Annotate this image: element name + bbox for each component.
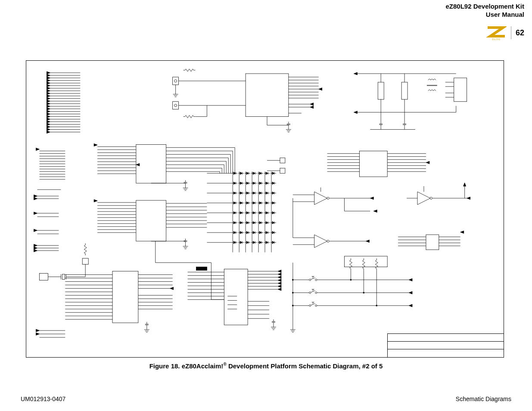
- logo-row: ZiLOG 62: [486, 25, 524, 40]
- ic-center-bottom: [188, 263, 281, 330]
- svg-rect-270: [454, 78, 467, 102]
- footer-section-title: Schematic Diagrams: [456, 395, 511, 402]
- svg-rect-261: [378, 82, 384, 100]
- opamp-far-right: [407, 183, 470, 205]
- title-block-row-3: [388, 349, 504, 357]
- svg-rect-70: [82, 258, 88, 265]
- test-points: [267, 158, 285, 173]
- bus-connector-mid-left: [36, 148, 65, 179]
- page-header: eZ80L92 Development Kit User Manual: [445, 3, 524, 19]
- opamp-lower: [293, 198, 369, 248]
- opamp-upper: [293, 187, 377, 212]
- header-divider: [511, 26, 511, 39]
- svg-text:ZiLOG: ZiLOG: [492, 38, 501, 40]
- power-filter: [354, 72, 467, 130]
- svg-rect-75: [112, 271, 138, 323]
- figure-caption: Figure 18. eZ80Acclaim!® Development Pla…: [0, 362, 532, 370]
- lower-left-stubs: [36, 329, 65, 337]
- pushbutton-network: [290, 256, 412, 332]
- doc-title-line1: eZ80L92 Development Kit: [445, 3, 524, 11]
- page-number: 62: [516, 28, 524, 37]
- svg-rect-71: [40, 274, 48, 280]
- led-matrix: [207, 171, 276, 252]
- bus-connector-top-left: [47, 72, 80, 134]
- ic-top-center: [173, 69, 322, 132]
- svg-point-299: [292, 279, 293, 280]
- left-stubs: [34, 190, 61, 252]
- svg-rect-262: [401, 82, 408, 100]
- caption-prefix: Figure 18. eZ80Acclaim!: [149, 362, 224, 370]
- ic-driver-lower: [94, 199, 211, 263]
- svg-point-252: [430, 197, 432, 199]
- zilog-logo-icon: ZiLOG: [486, 25, 507, 40]
- title-block-row-2: [388, 342, 504, 349]
- svg-point-297: [363, 292, 364, 293]
- svg-point-301: [292, 305, 293, 306]
- svg-point-120: [174, 104, 177, 107]
- svg-point-300: [292, 292, 293, 293]
- svg-rect-197: [196, 267, 207, 271]
- ic-driver-upper: [94, 143, 235, 190]
- svg-point-116: [174, 80, 177, 82]
- svg-rect-103: [246, 74, 289, 117]
- doc-title-line2: User Manual: [445, 11, 524, 19]
- ic-small-right: [398, 231, 464, 250]
- svg-point-296: [350, 279, 352, 280]
- svg-rect-154: [136, 200, 166, 241]
- schematic-diagram: [26, 61, 504, 357]
- ic-lower-left: [65, 271, 173, 333]
- svg-point-247: [327, 240, 329, 242]
- svg-point-298: [376, 305, 377, 306]
- caption-reg: ®: [223, 362, 226, 367]
- ic-right: [327, 151, 429, 177]
- svg-rect-276: [426, 235, 439, 250]
- footer-doc-number: UM012913-0407: [21, 395, 65, 402]
- svg-rect-225: [359, 151, 387, 177]
- caption-suffix: Development Platform Schematic Diagram, …: [227, 362, 383, 370]
- svg-point-240: [327, 197, 329, 199]
- svg-rect-126: [136, 144, 166, 183]
- schematic-frame: [26, 60, 504, 358]
- svg-rect-192: [280, 158, 285, 163]
- svg-rect-193: [280, 168, 285, 173]
- title-block-row-1: [388, 334, 504, 342]
- svg-rect-196: [224, 269, 248, 325]
- schematic-title-block: [387, 333, 504, 357]
